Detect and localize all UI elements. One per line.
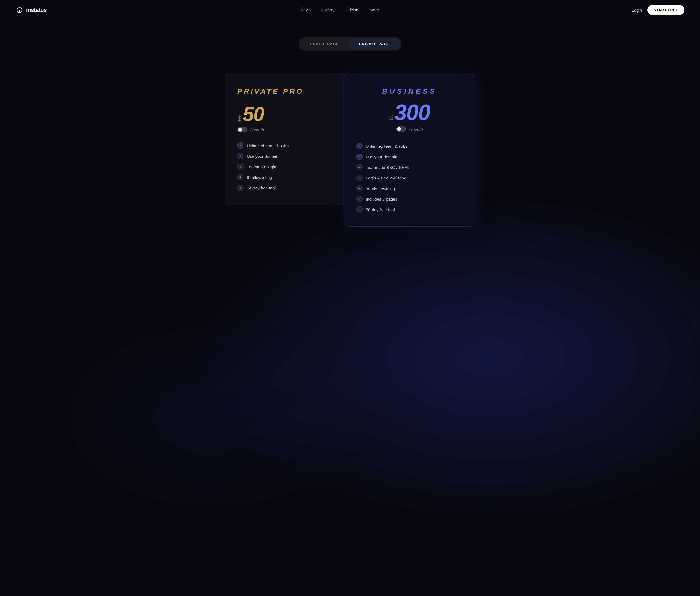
feature-item-4: + IP allowlisting [237,174,334,180]
feature-item-3: + Teammate login [237,164,334,170]
private-pro-price-row: $ 50 [237,104,334,124]
biz-feature-text-5: Yearly Invoicing [366,186,395,191]
nav-item-pricing[interactable]: Pricing [346,7,358,13]
biz-feature-text-3: Teammate SSO / SAML [366,165,410,170]
start-free-button[interactable]: START FREE [647,5,684,15]
navbar: instatus Why? Gallery Pricing More Login… [0,0,700,20]
private-pro-card: PRIVATE PRO $ 50 / month ✓ Unlimited tea… [225,73,347,205]
biz-plus-icon-6: + [356,196,362,202]
plus-icon-4: + [237,174,244,180]
nav-links: Why? Gallery Pricing More [299,7,379,13]
feature-text-2: Use your domain [247,154,278,158]
biz-feature-item-3: + Teammate SSO / SAML [356,164,463,170]
plus-icon-2: + [237,153,244,159]
nav-item-gallery[interactable]: Gallery [321,7,335,13]
private-pro-billing-toggle[interactable] [237,127,247,132]
biz-feature-item-1: ✓ Unlimited team & subs [356,143,463,149]
biz-check-icon-2: ✓ [356,154,362,160]
private-pro-billing-row: / month [237,127,334,132]
biz-plus-icon-5: + [356,185,362,192]
page-toggle: PUBLIC PAGE PRIVATE PAGE [299,37,401,51]
private-page-toggle[interactable]: PRIVATE PAGE [349,39,400,49]
biz-feature-item-4: + Login & IP allowlisting [356,175,463,181]
feature-text-5: 14-day free trial [247,185,276,190]
nav-actions: Login START FREE [631,5,684,15]
login-button[interactable]: Login [631,8,642,13]
business-price-row: $ 300 [356,101,463,124]
business-title: BUSINESS [356,87,463,96]
business-features: ✓ Unlimited team & subs ✓ Use your domai… [356,143,463,213]
biz-plus-icon-7: + [356,206,362,213]
biz-feature-item-2: ✓ Use your domain [356,154,463,160]
logo-text: instatus [26,7,47,14]
plus-icon-3: + [237,164,244,170]
business-card: BUSINESS $ 300 / month ✓ Unlimited team … [344,73,475,227]
biz-feature-text-7: 30-day free trial [366,207,395,212]
business-billing-row: / month [356,126,463,132]
private-pro-currency: $ [237,114,242,123]
nav-link-gallery[interactable]: Gallery [321,7,335,12]
biz-feature-text-1: Unlimited team & subs [366,144,407,149]
public-page-toggle[interactable]: PUBLIC PAGE [300,39,349,49]
biz-check-icon-1: ✓ [356,143,362,149]
private-pro-amount: 50 [243,104,264,124]
feature-text-3: Teammate login [247,165,276,169]
feature-item-1: ✓ Unlimited team & subs [237,143,334,149]
feature-item-2: + Use your domain [237,153,334,159]
biz-feature-text-2: Use your domain [366,154,397,159]
plus-icon-5: + [237,185,244,191]
feature-item-5: + 14-day free trial [237,185,334,191]
biz-plus-icon-4: + [356,175,362,181]
private-pro-per-month: / month [250,127,264,132]
main-content: PUBLIC PAGE PRIVATE PAGE PRIVATE PRO $ 5… [0,20,700,255]
nav-item-why[interactable]: Why? [299,7,310,13]
biz-feature-item-6: + Includes 3 pages [356,196,463,202]
private-pro-features: ✓ Unlimited team & subs + Use your domai… [237,143,334,191]
check-icon-1: ✓ [237,143,244,149]
feature-text-1: Unlimited team & subs [247,143,289,148]
nav-link-pricing[interactable]: Pricing [346,7,358,12]
business-amount: 300 [395,101,430,124]
nav-item-more[interactable]: More [370,7,379,13]
business-per-month: / month [409,127,423,132]
business-currency: $ [389,113,393,122]
biz-feature-item-5: + Yearly Invoicing [356,185,463,192]
pricing-grid: PRIVATE PRO $ 50 / month ✓ Unlimited tea… [225,73,475,227]
nav-link-more[interactable]: More [370,7,379,12]
biz-feature-item-7: + 30-day free trial [356,206,463,213]
logo-icon [16,6,23,14]
biz-feature-text-6: Includes 3 pages [366,197,397,201]
feature-text-4: IP allowlisting [247,175,272,180]
biz-plus-icon-3: + [356,164,362,170]
nav-link-why[interactable]: Why? [299,7,310,12]
business-billing-toggle[interactable] [396,126,406,132]
biz-feature-text-4: Login & IP allowlisting [366,176,406,180]
logo[interactable]: instatus [16,6,47,14]
private-pro-title: PRIVATE PRO [237,87,334,96]
